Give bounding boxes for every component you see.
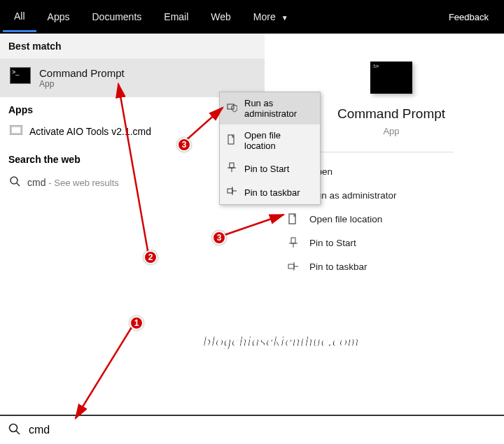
pin-start-icon bbox=[227, 162, 237, 175]
apps-result-label: Activate AIO Tools v2.1.cmd bbox=[29, 126, 151, 137]
action-open-location-label: Open file location bbox=[309, 214, 382, 224]
svg-rect-8 bbox=[291, 238, 295, 243]
context-run-admin[interactable]: Run as administrator bbox=[220, 92, 320, 124]
context-run-admin-label: Run as administrator bbox=[244, 98, 313, 119]
cmd-file-icon bbox=[10, 125, 22, 137]
svg-point-22 bbox=[10, 424, 18, 431]
action-pin-taskbar-label: Pin to taskbar bbox=[309, 262, 368, 272]
web-result-query: cmd bbox=[27, 177, 46, 188]
context-pin-taskbar[interactable]: Pin to taskbar bbox=[220, 180, 320, 204]
context-open-location[interactable]: Open file location bbox=[220, 124, 320, 157]
search-icon bbox=[8, 423, 20, 438]
context-pin-start[interactable]: Pin to Start bbox=[220, 157, 320, 180]
folder-icon bbox=[227, 134, 237, 147]
annotation-badge-3a: 3 bbox=[177, 138, 191, 152]
tab-email[interactable]: Email bbox=[153, 3, 200, 31]
tab-apps[interactable]: Apps bbox=[36, 3, 81, 31]
svg-point-2 bbox=[10, 177, 18, 184]
folder-icon bbox=[287, 213, 300, 225]
chevron-down-icon: ▼ bbox=[281, 14, 288, 22]
context-pin-taskbar-label: Pin to taskbar bbox=[244, 187, 300, 198]
best-match-title: Command Prompt bbox=[39, 67, 125, 79]
annotation-badge-3b: 3 bbox=[212, 231, 226, 245]
context-pin-start-label: Pin to Start bbox=[244, 164, 289, 174]
pin-taskbar-icon bbox=[287, 260, 300, 273]
action-pin-taskbar[interactable]: Pin to taskbar bbox=[286, 255, 497, 278]
watermark-text: blogchiasekienthuc.com bbox=[203, 332, 359, 350]
action-pin-start[interactable]: Pin to Start bbox=[286, 231, 497, 255]
preview-thumbnail-icon bbox=[370, 62, 412, 94]
svg-rect-19 bbox=[227, 189, 232, 193]
svg-line-3 bbox=[17, 183, 20, 186]
context-menu: Run as administrator Open file location … bbox=[219, 92, 321, 205]
annotation-badge-2: 2 bbox=[144, 250, 158, 264]
tab-more[interactable]: More ▼ bbox=[242, 3, 300, 31]
tab-web[interactable]: Web bbox=[200, 3, 242, 31]
annotation-badge-1: 1 bbox=[130, 316, 144, 330]
command-prompt-icon bbox=[10, 67, 31, 84]
pin-taskbar-icon bbox=[227, 186, 237, 199]
results-left-panel: Best match Command Prompt App Apps Activ… bbox=[0, 34, 265, 415]
tab-documents[interactable]: Documents bbox=[80, 3, 153, 31]
preview-panel: Command Prompt App Open Run as administr… bbox=[265, 34, 504, 415]
svg-rect-14 bbox=[227, 104, 234, 109]
tab-all[interactable]: All bbox=[3, 2, 36, 32]
tab-more-label: More bbox=[253, 11, 276, 22]
svg-line-23 bbox=[16, 431, 20, 434]
svg-rect-11 bbox=[288, 264, 294, 268]
best-match-header: Best match bbox=[0, 34, 265, 59]
search-icon bbox=[10, 176, 20, 189]
best-match-subtitle: App bbox=[39, 79, 125, 89]
feedback-link[interactable]: Feedback bbox=[449, 12, 501, 22]
action-run-admin-label: Run as administrator bbox=[309, 190, 397, 201]
search-box[interactable]: cmd bbox=[0, 415, 504, 444]
shield-admin-icon bbox=[227, 102, 237, 115]
pin-start-icon bbox=[287, 236, 300, 249]
web-result-suffix: - See web results bbox=[48, 178, 118, 188]
svg-rect-16 bbox=[230, 163, 234, 168]
svg-rect-1 bbox=[11, 127, 21, 134]
action-open-location[interactable]: Open file location bbox=[286, 207, 497, 231]
action-pin-start-label: Pin to Start bbox=[309, 238, 356, 248]
context-open-location-label: Open file location bbox=[244, 130, 313, 151]
search-scope-tabs: All Apps Documents Email Web More ▼ Feed… bbox=[0, 0, 504, 34]
search-input-value: cmd bbox=[29, 424, 50, 436]
